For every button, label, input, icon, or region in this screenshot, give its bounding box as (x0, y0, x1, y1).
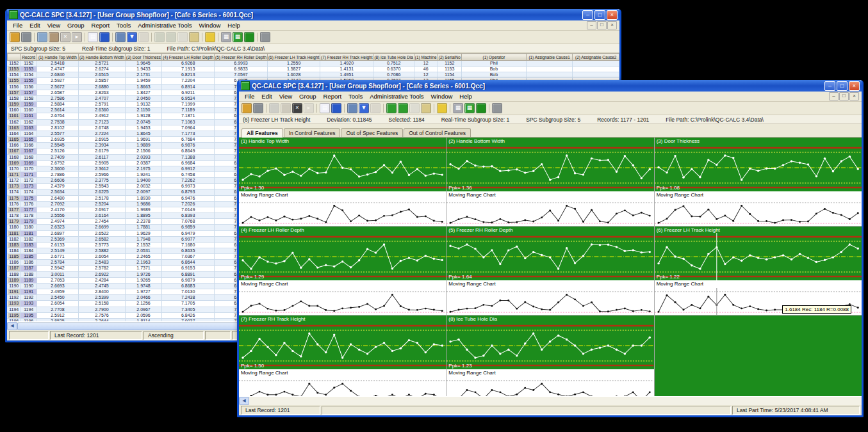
archive-icon[interactable] (421, 103, 431, 113)
close-button[interactable]: × (849, 81, 860, 91)
exit-icon[interactable] (492, 103, 502, 113)
front-horizontal-scrollbar[interactable]: ◀ (239, 396, 862, 405)
menu-tools[interactable]: Tools (345, 93, 366, 100)
feature-panel-4[interactable]: (4) Freezer LH Roller DepthPpk= 1.29Movi… (239, 227, 446, 315)
monitor-icon[interactable] (154, 32, 165, 42)
delete-record-icon[interactable] (21, 32, 31, 42)
feature-panel-6[interactable]: (6) Freezer LH Track HeightPpk= 1.22Movi… (655, 227, 862, 315)
minimize-button[interactable]: – (582, 10, 593, 20)
back-titlebar[interactable]: QC-CALC SPC [3.4.127] - [User Group Shop… (7, 9, 619, 20)
moving-range-chart[interactable]: Moving Range Chart (655, 191, 862, 226)
admin-key-icon[interactable] (437, 103, 447, 113)
column-header[interactable]: (7) Freezer RH Track Height (320, 54, 373, 61)
paste-icon[interactable] (281, 103, 291, 113)
front-titlebar[interactable]: QC-CALC SPC [3.4.127] - [User Group Shop… (239, 80, 862, 92)
menu-help[interactable]: Help (224, 22, 243, 29)
menu-file[interactable]: File (242, 93, 258, 100)
table-view-icon[interactable]: ▦ (221, 32, 231, 42)
mdi-minimize-button[interactable]: – (587, 21, 596, 29)
admin-key-icon[interactable] (205, 32, 215, 42)
table-row[interactable]: 115411542.68402.65152.17316.82137.05971.… (8, 72, 619, 78)
menu-group[interactable]: Group (64, 22, 87, 29)
table-row[interactable]: 115211522.54182.57211.96456.92686.99931.… (8, 61, 619, 67)
archive-icon[interactable] (189, 32, 199, 42)
print-preview-icon[interactable]: ▤ (88, 32, 98, 42)
tab-out-of-control-features[interactable]: Out of Control Features (404, 128, 471, 137)
column-header[interactable]: (1) Machine (414, 54, 438, 61)
remove-points-icon[interactable]: × (60, 32, 70, 42)
monitor-icon[interactable] (386, 103, 397, 113)
column-header[interactable]: (1) Assignable Cause1 (526, 54, 573, 61)
point-display-icon[interactable] (347, 103, 357, 113)
mdi-minimize-button[interactable]: – (829, 92, 839, 100)
column-header[interactable]: (2) Handle Bottom Width (78, 54, 125, 61)
menu-report[interactable]: Report (88, 22, 113, 29)
moving-range-chart[interactable]: Moving Range Chart (239, 280, 446, 315)
xbar-chart[interactable]: (8) Ice Tube Hole DiaPpk= 1.23 (446, 316, 653, 369)
mdi-restore-button[interactable]: □ (597, 21, 607, 29)
column-header[interactable]: (1) Handle Top Width (37, 54, 78, 61)
menu-help[interactable]: Help (456, 93, 475, 100)
goto-last-record-icon[interactable]: ▸ (72, 32, 82, 42)
paste-icon[interactable] (49, 32, 59, 42)
remove-points-icon[interactable]: × (292, 103, 302, 113)
xbar-chart[interactable]: (4) Freezer LH Roller DepthPpk= 1.29 (239, 227, 446, 280)
copy-icon[interactable] (37, 32, 47, 42)
spc-chart-view-icon[interactable]: ▦ (233, 32, 243, 42)
table-view-icon[interactable]: ▦ (453, 103, 463, 113)
lock-icon[interactable] (99, 32, 110, 42)
menu-window[interactable]: Window (196, 22, 224, 29)
menu-administrative-tools[interactable]: Administrative Tools (366, 93, 427, 100)
open-file-icon[interactable] (242, 103, 252, 113)
copy-icon[interactable] (269, 103, 279, 113)
tab-out-of-spec-features[interactable]: Out of Spec Features (341, 128, 403, 137)
moving-range-chart[interactable]: Moving Range Chart (239, 369, 446, 396)
tab-all-features[interactable]: All Features (242, 128, 283, 138)
menu-view[interactable]: View (44, 22, 63, 29)
column-header[interactable]: (8) Ice Tube Hole Dia (373, 54, 414, 61)
restore-button[interactable]: □ (837, 81, 848, 91)
shopfloor-view-icon[interactable] (244, 32, 254, 42)
point-display-icon[interactable] (115, 32, 126, 42)
xbar-chart[interactable]: (1) Handle Top WidthPpk= 1.30 (239, 138, 446, 191)
delete-record-icon[interactable] (253, 103, 263, 113)
xbar-chart[interactable]: (5) Freezer RH Roller DepthPpk= 1.64 (446, 227, 653, 280)
column-header[interactable]: (2) Assignable Cause2 (573, 54, 619, 61)
column-header[interactable]: (2) SerialNo (438, 54, 461, 61)
menu-tools[interactable]: Tools (113, 22, 134, 29)
menu-window[interactable]: Window (428, 93, 456, 100)
feature-panel-7[interactable]: (7) Freezer RH Track HeightPpk= 1.50Movi… (239, 316, 446, 396)
column-header[interactable] (8, 54, 20, 61)
menu-edit[interactable]: Edit (26, 22, 43, 29)
column-header[interactable]: (4) Freezer LH Roller Depth (162, 54, 215, 61)
menu-edit[interactable]: Edit (258, 93, 275, 100)
feature-panel-3[interactable]: (3) Door ThicknessPpk= 1.08Moving Range … (655, 138, 862, 226)
close-button[interactable]: × (607, 10, 618, 20)
menu-report[interactable]: Report (320, 93, 345, 100)
column-header[interactable]: (3) Door Thickness (125, 54, 161, 61)
mdi-restore-button[interactable]: □ (839, 92, 849, 100)
pause-icon[interactable] (370, 103, 381, 113)
menu-file[interactable]: File (10, 22, 26, 29)
column-header[interactable]: (5) Freezer RH Roller Depth (215, 54, 268, 61)
moving-range-chart[interactable]: Moving Range Chart (446, 369, 653, 396)
minimize-button[interactable]: – (824, 81, 835, 91)
mdi-close-button[interactable]: × (607, 21, 617, 29)
column-header[interactable]: Record (20, 54, 37, 61)
pause-icon[interactable] (138, 32, 149, 42)
feature-panel-1[interactable]: (1) Handle Top WidthPpk= 1.30Moving Rang… (239, 138, 446, 226)
scroll-left-button[interactable]: ◀ (7, 322, 17, 330)
spc-chart-view-icon[interactable]: ▦ (464, 103, 475, 113)
moving-range-chart[interactable]: Moving Range Chart (239, 191, 446, 226)
table-row[interactable]: 115311532.47472.62741.94337.19136.98331.… (8, 67, 619, 72)
open-file-icon[interactable] (10, 32, 20, 42)
filter-icon[interactable]: ▼ (127, 32, 137, 42)
moving-range-chart[interactable]: Moving Range Chart (446, 280, 653, 315)
exit-icon[interactable] (260, 32, 270, 42)
menu-view[interactable]: View (276, 93, 295, 100)
scroll-left-button[interactable]: ◀ (239, 397, 249, 405)
feature-panel-2[interactable]: (2) Handle Bottom WidthPpk= 1.36Moving R… (446, 138, 653, 226)
mdi-close-button[interactable]: × (849, 92, 859, 100)
feature-panel-8[interactable]: (8) Ice Tube Hole DiaPpk= 1.23Moving Ran… (446, 316, 653, 396)
xbar-chart[interactable]: (6) Freezer LH Track HeightPpk= 1.22 (655, 227, 862, 280)
